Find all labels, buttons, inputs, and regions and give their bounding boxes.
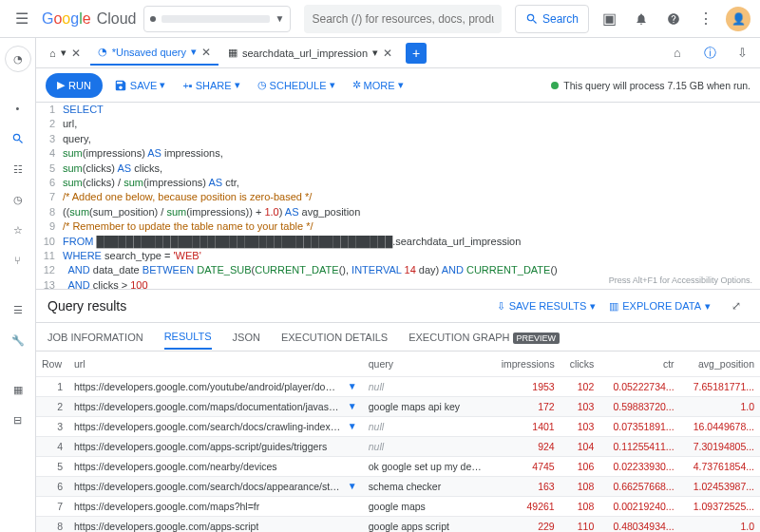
sql-editor[interactable]: 1SELECT2url,3query,4sum(impressions) AS … xyxy=(36,103,760,289)
results-table: Rowurlqueryimpressionsclicksctravg_posit… xyxy=(36,352,760,532)
avatar[interactable]: 👤 xyxy=(726,7,750,31)
tab-searchdata[interactable]: ▦searchdata_url_impression▾✕ xyxy=(220,41,400,66)
rail-bigquery-icon[interactable]: ◔ xyxy=(5,46,31,72)
explore-data-button[interactable]: ▥ EXPLORE DATA ▾ xyxy=(609,300,711,313)
tab-job-info[interactable]: JOB INFORMATION xyxy=(48,326,143,349)
rail-star-icon[interactable]: ☆ xyxy=(5,217,31,243)
results-table-wrap[interactable]: Rowurlqueryimpressionsclicksctravg_posit… xyxy=(36,352,760,532)
expand-icon[interactable]: ⤢ xyxy=(724,294,749,318)
table-row[interactable]: 2https://developers.google.com/maps/docu… xyxy=(36,396,760,416)
search-button[interactable]: Search xyxy=(515,5,589,33)
table-row[interactable]: 7https://developers.google.com/maps?hl=f… xyxy=(36,496,760,516)
tab-exec-graph[interactable]: EXECUTION GRAPHPREVIEW xyxy=(408,326,560,349)
schedule-button[interactable]: ◷ SCHEDULE ▾ xyxy=(252,73,341,98)
save-icon xyxy=(114,79,127,92)
expand-row-icon[interactable]: ▼ xyxy=(348,421,357,432)
table-row[interactable]: 6https://developers.google.com/search/do… xyxy=(36,476,760,496)
tab-download-icon[interactable]: ⇩ xyxy=(730,41,754,66)
table-row[interactable]: 1https://developers.google.com/youtube/a… xyxy=(36,376,760,396)
table-row[interactable]: 3https://developers.google.com/search/do… xyxy=(36,416,760,436)
tab-exec-details[interactable]: EXECUTION DETAILS xyxy=(281,326,388,349)
query-status: This query will process 7.15 GB when run… xyxy=(551,80,750,91)
search-icon xyxy=(525,12,539,26)
left-rail: ◔ • ☷ ◷ ☆ ⑂ ☰ 🔧 ▦ ⊟ xyxy=(0,38,36,532)
results-tabs: JOB INFORMATION RESULTS JSON EXECUTION D… xyxy=(36,323,760,352)
expand-row-icon[interactable]: ▼ xyxy=(348,481,357,492)
console-icon[interactable]: ▣ xyxy=(597,7,621,31)
search-bar[interactable] xyxy=(304,5,502,33)
col-Row[interactable]: Row xyxy=(36,352,68,376)
tab-bar: ⌂▾✕ ◔*Unsaved query▾✕ ▦searchdata_url_im… xyxy=(36,38,760,68)
save-results-button[interactable]: ⇩ SAVE RESULTS ▾ xyxy=(497,300,597,313)
col-avg_position[interactable]: avg_position xyxy=(680,352,760,376)
rail-db-icon[interactable]: ⊟ xyxy=(5,407,31,433)
more-button[interactable]: ✲ MORE ▾ xyxy=(347,73,409,98)
a11y-hint: Press Alt+F1 for Accessibility Options. xyxy=(609,275,752,287)
col-url[interactable]: url xyxy=(68,352,363,376)
status-dot-icon xyxy=(551,82,559,89)
help-icon[interactable] xyxy=(661,7,686,31)
table-row[interactable]: 8https://developers.google.com/apps-scri… xyxy=(36,516,760,532)
col-query[interactable]: query xyxy=(363,352,489,376)
menu-icon[interactable]: ☰ xyxy=(10,7,34,31)
close-icon[interactable]: ✕ xyxy=(383,47,392,60)
col-ctr[interactable]: ctr xyxy=(599,352,679,376)
rail-chart-icon[interactable]: ▦ xyxy=(5,376,31,403)
home-icon: ⌂ xyxy=(49,48,56,59)
share-button[interactable]: +▪ SHARE ▾ xyxy=(177,73,245,98)
rail-dot-icon[interactable]: • xyxy=(5,95,31,122)
tab-home-icon[interactable]: ⌂ xyxy=(665,41,690,66)
tab-results[interactable]: RESULTS xyxy=(164,325,212,350)
logo[interactable]: Google Cloud xyxy=(42,10,136,28)
table-row[interactable]: 5https://developers.google.com/nearby/de… xyxy=(36,456,760,476)
results-title: Query results xyxy=(48,298,126,314)
search-input[interactable] xyxy=(312,12,494,26)
run-button[interactable]: ▶ RUN xyxy=(46,73,103,98)
project-selector[interactable]: ▼ xyxy=(143,6,291,32)
tab-home[interactable]: ⌂▾✕ xyxy=(42,41,88,66)
save-button[interactable]: SAVE ▾ xyxy=(108,73,172,98)
rail-list-icon[interactable]: ☰ xyxy=(5,296,31,323)
toolbar: ▶ RUN SAVE ▾ +▪ SHARE ▾ ◷ SCHEDULE ▾ ✲ M… xyxy=(36,68,760,103)
rail-branch-icon[interactable]: ⑂ xyxy=(5,247,31,274)
expand-row-icon[interactable]: ▼ xyxy=(348,401,357,412)
table-row[interactable]: 4https://developers.google.com/apps-scri… xyxy=(36,436,760,456)
tab-info-icon[interactable]: ⓘ xyxy=(697,41,722,66)
col-clicks[interactable]: clicks xyxy=(560,352,600,376)
rail-search-icon[interactable] xyxy=(5,125,31,152)
col-impressions[interactable]: impressions xyxy=(488,352,560,376)
rail-tune-icon[interactable]: ☷ xyxy=(5,156,31,182)
expand-row-icon[interactable]: ▼ xyxy=(348,381,357,392)
add-tab-button[interactable]: + xyxy=(406,43,427,64)
tab-unsaved-query[interactable]: ◔*Unsaved query▾✕ xyxy=(90,41,218,66)
rail-history-icon[interactable]: ◷ xyxy=(5,186,31,213)
notifications-icon[interactable] xyxy=(629,7,654,31)
close-icon[interactable]: ✕ xyxy=(201,46,211,59)
tab-json[interactable]: JSON xyxy=(233,326,260,349)
product-name: Cloud xyxy=(97,10,137,28)
rail-wrench-icon[interactable]: 🔧 xyxy=(5,327,31,353)
close-icon[interactable]: ✕ xyxy=(71,47,81,60)
more-menu-icon[interactable]: ⋮ xyxy=(694,7,718,31)
